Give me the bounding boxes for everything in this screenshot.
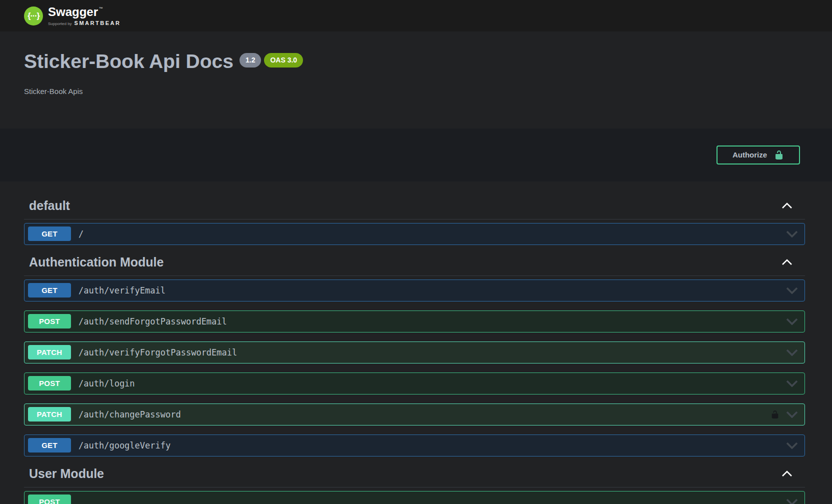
chevron-down-icon <box>786 230 798 238</box>
method-badge: GET <box>28 438 71 452</box>
section-header-authentication-module[interactable]: Authentication Module <box>24 254 805 276</box>
chevron-down-icon <box>786 411 798 418</box>
endpoint-path: /auth/googleVerify <box>78 440 170 450</box>
opblock-root[interactable]: GET/ <box>24 223 805 245</box>
swagger-logo[interactable]: {···} Swagger ™ Supported by SMARTBEAR <box>24 6 120 26</box>
tag-section-user-module: User ModulePOST <box>24 466 805 504</box>
opblock-auth-sendforgotpasswordemail[interactable]: POST/auth/sendForgotPasswordEmail <box>24 310 805 332</box>
method-badge: POST <box>28 376 71 390</box>
method-badge: PATCH <box>28 407 71 422</box>
oas-badge: OAS 3.0 <box>264 53 303 68</box>
chevron-down-icon <box>786 287 798 294</box>
opblock-auth-verifyemail[interactable]: GET/auth/verifyEmail <box>24 280 805 302</box>
topbar: {···} Swagger ™ Supported by SMARTBEAR <box>0 0 832 32</box>
unlock-icon <box>774 150 784 160</box>
endpoint-path: /auth/sendForgotPasswordEmail <box>78 316 227 326</box>
api-description: Sticker-Book Apis <box>24 87 808 96</box>
endpoint-path: /auth/verifyForgotPasswordEmail <box>78 348 237 358</box>
page-title: Sticker-Book Api Docs <box>24 52 234 72</box>
section-header-default[interactable]: default <box>24 198 805 220</box>
method-badge: POST <box>28 494 71 504</box>
tag-section-default: defaultGET/ <box>24 198 805 245</box>
api-info-section: Sticker-Book Api Docs 1.2 OAS 3.0 Sticke… <box>0 32 832 96</box>
scheme-container: Authorize <box>0 128 832 182</box>
api-sections: defaultGET/Authentication ModuleGET/auth… <box>0 182 832 504</box>
method-badge: GET <box>28 226 71 241</box>
endpoint-path: /auth/changePassword <box>78 410 181 420</box>
opblock-auth-login[interactable]: POST/auth/login <box>24 372 805 394</box>
chevron-up-icon <box>782 202 792 209</box>
opblock-auth-changepassword[interactable]: PATCH/auth/changePassword <box>24 404 805 426</box>
section-title: Authentication Module <box>29 254 164 270</box>
supported-by-label: Supported by <box>48 22 72 26</box>
endpoint-path: / <box>78 229 84 239</box>
lock-icon[interactable] <box>770 410 780 419</box>
chevron-down-icon <box>786 349 798 356</box>
method-badge: PATCH <box>28 345 71 360</box>
section-header-user-module[interactable]: User Module <box>24 466 805 488</box>
operations-list: GET/auth/verifyEmailPOST/auth/sendForgot… <box>24 276 805 456</box>
operations-list: GET/ <box>24 220 805 245</box>
method-badge: POST <box>28 314 71 328</box>
chevron-up-icon <box>782 259 792 266</box>
endpoint-path: /auth/verifyEmail <box>78 286 166 296</box>
opblock-auth-googleverify[interactable]: GET/auth/googleVerify <box>24 434 805 456</box>
swagger-brand-text: Swagger <box>48 6 98 18</box>
chevron-down-icon <box>786 498 798 504</box>
tag-section-authentication-module: Authentication ModuleGET/auth/verifyEmai… <box>24 254 805 456</box>
chevron-down-icon <box>786 442 798 449</box>
opblock-auth-verifyforgotpasswordemail[interactable]: PATCH/auth/verifyForgotPasswordEmail <box>24 342 805 364</box>
chevron-down-icon <box>786 380 798 387</box>
version-badge: 1.2 <box>240 53 261 68</box>
operations-list: POST <box>24 488 805 504</box>
section-title: User Module <box>29 466 104 482</box>
opblock-row[interactable]: POST <box>24 491 805 504</box>
chevron-up-icon <box>782 470 792 477</box>
authorize-button-label: Authorize <box>732 150 767 159</box>
swagger-logo-icon: {···} <box>24 6 43 26</box>
smartbear-brand: SMARTBEAR <box>74 20 121 26</box>
trademark-symbol: ™ <box>99 7 103 11</box>
method-badge: GET <box>28 283 71 298</box>
section-title: default <box>29 198 70 214</box>
authorize-button[interactable]: Authorize <box>716 146 800 164</box>
chevron-down-icon <box>786 318 798 325</box>
endpoint-path: /auth/login <box>78 378 135 388</box>
